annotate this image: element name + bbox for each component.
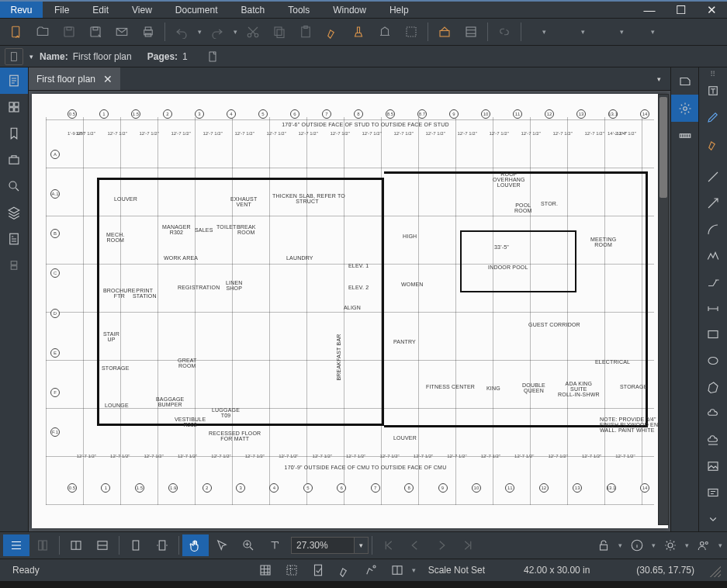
pan-button[interactable] xyxy=(182,534,209,556)
hyperlink-button[interactable] xyxy=(491,21,518,43)
resize-grip-icon[interactable] xyxy=(707,563,721,577)
menu-help[interactable]: Help xyxy=(378,2,421,18)
cloud-tool[interactable] xyxy=(700,401,726,427)
ellipse-tool[interactable] xyxy=(700,348,726,374)
canvas[interactable]: 170'-6" OUTSIDE FACE OF STUD TO OUTSIDE … xyxy=(29,91,670,531)
stamp-button[interactable] xyxy=(345,21,372,43)
highlighter-button[interactable] xyxy=(319,21,345,43)
split-v-button[interactable] xyxy=(63,534,89,556)
menu-view[interactable]: View xyxy=(120,2,164,18)
email-button[interactable] xyxy=(109,21,135,43)
copy-button[interactable] xyxy=(266,21,293,43)
prev-page-button[interactable] xyxy=(402,534,428,556)
callout-tool[interactable] xyxy=(700,269,726,295)
redo-button[interactable] xyxy=(204,21,230,43)
select-button[interactable] xyxy=(209,534,235,556)
dimension-tool[interactable] xyxy=(700,296,726,321)
info-button[interactable] xyxy=(624,534,650,556)
presence-dropdown[interactable]: ▾ xyxy=(717,541,724,549)
menu-file[interactable]: File xyxy=(43,2,81,18)
info-dropdown[interactable]: ▾ xyxy=(650,541,657,549)
minimize-button[interactable]: — xyxy=(634,2,665,18)
menu-batch[interactable]: Batch xyxy=(230,2,277,18)
fit-width-button[interactable] xyxy=(149,534,175,556)
text-tool[interactable] xyxy=(700,78,726,104)
tool-chest-tab[interactable] xyxy=(0,147,28,173)
rectangle-tool[interactable] xyxy=(700,322,726,348)
polygon-tool[interactable] xyxy=(700,375,726,400)
image-tool[interactable] xyxy=(700,453,726,479)
layers-tab[interactable] xyxy=(0,199,28,226)
document-tab[interactable]: First floor plan ✕ xyxy=(29,67,120,90)
thumbnail-dropdown[interactable]: ▾ xyxy=(28,51,35,62)
file-access-tab[interactable] xyxy=(0,67,28,94)
dimmer-dropdown[interactable]: ▾ xyxy=(684,541,691,549)
save-button[interactable] xyxy=(56,21,82,43)
menu-tools[interactable]: Tools xyxy=(276,2,321,18)
scale-value[interactable]: Scale Not Set xyxy=(422,565,491,576)
maximize-button[interactable]: ☐ xyxy=(665,2,696,18)
scrollbar-thumb[interactable] xyxy=(659,97,667,198)
highlight-tool[interactable] xyxy=(700,131,726,157)
profile-dropdown-3[interactable]: ▾ xyxy=(602,28,641,36)
dimmer-button[interactable] xyxy=(657,534,684,556)
forms-tab[interactable] xyxy=(0,226,28,252)
studio-tab[interactable] xyxy=(0,252,28,278)
page-icon[interactable] xyxy=(203,48,222,65)
zoom-dropdown[interactable]: ▾ xyxy=(355,537,369,554)
markups-list-button[interactable] xyxy=(3,534,29,556)
markup-snap-toggle[interactable] xyxy=(333,561,356,579)
thumbnails-tab[interactable] xyxy=(0,94,28,120)
single-page-button[interactable] xyxy=(123,534,149,556)
menu-window[interactable]: Window xyxy=(321,2,378,18)
search-tab[interactable] xyxy=(0,173,28,199)
select-marquee-button[interactable] xyxy=(398,21,424,43)
next-page-button[interactable] xyxy=(428,534,455,556)
lock-button[interactable] xyxy=(590,534,617,556)
profile-dropdown-2[interactable]: ▾ xyxy=(563,28,602,36)
bookmark-tab[interactable] xyxy=(0,120,28,147)
redo-dropdown[interactable]: ▾ xyxy=(230,28,240,36)
menu-document[interactable]: Document xyxy=(164,2,230,18)
snap-toggle[interactable] xyxy=(280,561,303,579)
cut-button[interactable] xyxy=(240,21,266,43)
stamp-tool[interactable] xyxy=(700,479,726,505)
pen-tool[interactable] xyxy=(700,105,726,130)
split-h-button[interactable] xyxy=(89,534,116,556)
undo-button[interactable] xyxy=(168,21,195,43)
settings-tab[interactable] xyxy=(671,95,699,122)
save-as-button[interactable] xyxy=(82,21,109,43)
lock-dropdown[interactable]: ▾ xyxy=(617,541,624,549)
panel-toggle-1[interactable] xyxy=(29,534,56,556)
last-page-button[interactable] xyxy=(455,534,481,556)
flatten-button[interactable] xyxy=(431,21,458,43)
zoom-button[interactable] xyxy=(235,534,261,556)
more-tools[interactable] xyxy=(700,506,726,531)
measurements-tab[interactable] xyxy=(671,122,699,149)
reuse-toggle[interactable] xyxy=(359,561,383,579)
content-toggle[interactable] xyxy=(306,561,330,579)
paste-button[interactable] xyxy=(293,21,319,43)
arrow-tool[interactable] xyxy=(700,191,726,216)
zoom-input[interactable]: 27.30% xyxy=(291,537,355,554)
properties-tab[interactable] xyxy=(671,67,699,95)
open-button[interactable] xyxy=(29,21,56,43)
vertical-scrollbar[interactable] xyxy=(658,94,669,525)
thumbnail-nav-button[interactable] xyxy=(5,48,23,65)
sync-toggle[interactable] xyxy=(386,561,409,579)
profile-dropdown-4[interactable]: ▾ xyxy=(641,28,664,36)
first-page-button[interactable] xyxy=(376,534,402,556)
page-view[interactable]: 170'-6" OUTSIDE FACE OF STUD TO OUTSIDE … xyxy=(32,94,668,528)
snapshot-button[interactable] xyxy=(372,21,398,43)
print-button[interactable] xyxy=(135,21,161,43)
close-button[interactable]: ✕ xyxy=(696,2,727,18)
undo-dropdown[interactable]: ▾ xyxy=(195,28,204,36)
profile-dropdown-1[interactable]: ▾ xyxy=(524,28,563,36)
text-select-button[interactable] xyxy=(261,534,288,556)
arc-tool[interactable] xyxy=(700,216,726,242)
menu-edit[interactable]: Edit xyxy=(81,2,120,18)
tab-overflow-dropdown[interactable]: ▾ xyxy=(647,67,670,90)
polyline-tool[interactable] xyxy=(700,243,726,268)
new-file-button[interactable] xyxy=(3,21,29,43)
grid-toggle[interactable] xyxy=(254,561,277,579)
